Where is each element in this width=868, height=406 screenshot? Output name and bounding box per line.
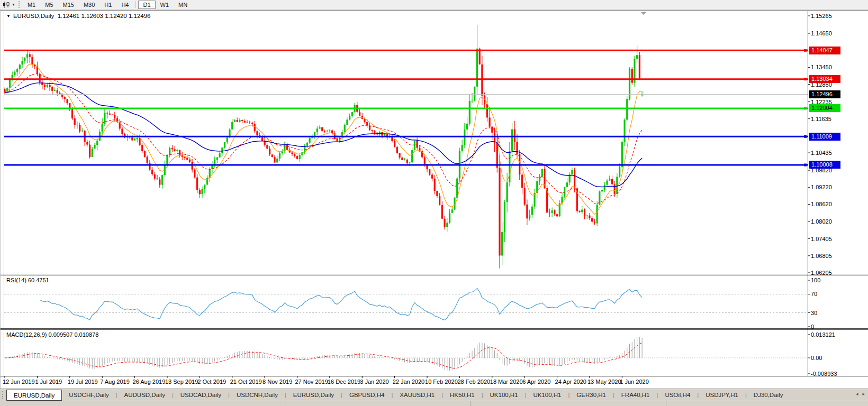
macd-signal-line	[5, 343, 642, 368]
chart-tab-eurusd-daily[interactable]: EURUSD,Daily	[286, 390, 341, 401]
timeframe-button-m5[interactable]: M5	[40, 1, 58, 9]
price-badge-1.14047: 1.14047	[809, 47, 840, 54]
date-label: 19 Jul 2019	[68, 379, 98, 385]
date-label: 28 Feb 2020	[457, 379, 490, 385]
chart-canvas[interactable]	[0, 0, 868, 406]
chart-tab-uk100-h1[interactable]: UK100,H1	[526, 390, 568, 401]
rsi-line	[40, 288, 642, 320]
price-axis-label: 1.09220	[811, 183, 832, 191]
chart-tab-bar: EURUSD,DailyUSDCHF,Daily|AUDUSD,Daily|US…	[0, 389, 868, 401]
date-label: 8 Nov 2019	[263, 379, 292, 385]
price-badge-1.10008: 1.10008	[809, 161, 840, 169]
macd-axis-label: 0.00	[811, 354, 822, 362]
rsi-axis-label: 30	[811, 309, 817, 317]
chart-tab-usdcad-daily[interactable]: USDCAD,Daily	[174, 390, 228, 401]
timeframe-button-m15[interactable]: M15	[58, 1, 79, 9]
main-price-panel[interactable]	[4, 25, 643, 269]
date-label: 13 Sep 2019	[165, 379, 198, 385]
status-divider	[666, 401, 666, 406]
price-axis-label: 1.15265	[811, 12, 832, 20]
date-label: 27 Nov 2019	[295, 379, 328, 385]
date-label: 10 Feb 2020	[425, 379, 458, 385]
chart-tab-eurusd-daily[interactable]: EURUSD,Daily	[6, 390, 62, 401]
chart-tab-ger30-h1[interactable]: GER30,H1	[569, 390, 613, 401]
tab-scroll-buttons: ◂ ▸	[856, 391, 865, 396]
price-axis-label: 1.08020	[811, 218, 832, 225]
price-axis-label: 1.11635	[811, 115, 831, 123]
date-label: 24 Apr 2020	[555, 379, 586, 385]
chart-tab-audusd-daily[interactable]: AUDUSD,Daily	[117, 390, 172, 401]
chart-tab-uk100-h1[interactable]: UK100,H1	[483, 390, 525, 401]
terminal-window: ▼ M1M5M15M30H1H4D1W1MN ▼EURUSD,Daily 1.1…	[0, 0, 868, 406]
date-label: 13 May 2020	[587, 379, 621, 385]
date-label: 18 Mar 2020	[490, 379, 523, 385]
macd-histogram	[5, 337, 642, 371]
timeframe-button-m30[interactable]: M30	[79, 1, 100, 9]
macd-panel[interactable]	[4, 337, 808, 371]
symbol-period-label: EURUSD,Daily	[13, 13, 54, 19]
status-divider	[470, 401, 471, 406]
tab-scroll-right-button[interactable]: ▸	[862, 391, 865, 396]
scroll-to-end-marker[interactable]	[640, 12, 647, 15]
tabbar-grip[interactable]	[2, 391, 3, 399]
price-axis-label: 1.07405	[811, 235, 832, 243]
tab-scroll-left-button[interactable]: ◂	[856, 391, 858, 396]
chart-tab-usoil-h4[interactable]: USOil,H4	[658, 390, 697, 401]
timeframe-button-w1[interactable]: W1	[156, 1, 174, 9]
price-badge-1.11009: 1.11009	[809, 133, 840, 141]
hline-anchor[interactable]	[804, 163, 807, 166]
rsi-axis-label: 0	[811, 323, 814, 330]
date-label: 22 Jan 2020	[393, 379, 425, 385]
chart-tab-usdjpy-h1[interactable]: USDJPY,H1	[699, 390, 745, 401]
candles	[4, 25, 643, 269]
chart-info-line: ▼EURUSD,Daily 1.12461 1.12603 1.12420 1.…	[6, 13, 151, 19]
hline-anchor[interactable]	[804, 107, 807, 109]
rsi-panel[interactable]	[4, 288, 808, 320]
timeframe-button-h4[interactable]: H4	[116, 1, 133, 9]
rsi-axis-label: 70	[811, 290, 817, 298]
timeframe-toolbar: ▼ M1M5M15M30H1H4D1W1MN	[0, 0, 868, 10]
price-axis-label: 1.06205	[811, 269, 832, 276]
date-label: 2 Oct 2019	[197, 379, 226, 385]
timeframe-button-m1[interactable]: M1	[23, 1, 40, 9]
price-axis-label: 1.14650	[811, 30, 832, 37]
rsi-indicator-label: RSI(14) 60.4751	[6, 277, 49, 283]
date-label: 3 Jan 2020	[360, 379, 388, 385]
price-axis-label: 1.08620	[811, 200, 832, 208]
candlestick-chart-icon[interactable]	[2, 1, 11, 8]
chevron-down-icon[interactable]: ▼	[12, 3, 15, 6]
chart-tab-xauusd-h1[interactable]: XAUUSD,H1	[393, 390, 441, 401]
chart-tab-hk50-h1[interactable]: HK50,H1	[443, 390, 482, 401]
date-label: 26 Aug 2019	[133, 379, 166, 385]
hline-anchor[interactable]	[804, 135, 807, 138]
date-label: 6 Apr 2020	[522, 379, 550, 385]
date-label: 21 Oct 2019	[230, 379, 262, 385]
date-label: 12 Jun 2019	[3, 379, 35, 385]
price-axis-label: 1.13450	[811, 63, 832, 71]
timeframe-button-h1[interactable]: H1	[100, 1, 116, 9]
date-label: 1 Jul 2019	[35, 379, 62, 385]
price-axis-label: 1.06805	[811, 252, 832, 260]
macd-axis-label: 0.013121	[811, 331, 835, 338]
status-strip	[0, 401, 868, 406]
hline-anchor[interactable]	[804, 49, 807, 52]
date-label: 1 Jun 2020	[620, 379, 648, 385]
macd-axis-label: -0.008933	[811, 370, 837, 377]
timeframe-button-mn[interactable]: MN	[174, 1, 192, 9]
date-label: 16 Dec 2019	[328, 379, 360, 385]
chart-tab-gbpusd-h4[interactable]: GBPUSD,H4	[342, 390, 391, 401]
price-axis-label: 1.10435	[811, 149, 832, 156]
ohlc-values: 1.12461 1.12603 1.12420 1.12496	[58, 13, 151, 19]
timeframe-buttons: M1M5M15M30H1H4D1W1MN	[23, 1, 192, 9]
macd-indicator-label: MACD(12,26,9) 0.009507 0.010878	[6, 331, 98, 338]
status-divider	[285, 401, 285, 406]
timeframe-button-d1[interactable]: D1	[138, 1, 155, 9]
chart-tab-dj30-daily[interactable]: DJ30,Daily	[747, 390, 790, 401]
chevron-down-icon[interactable]: ▼	[6, 14, 11, 19]
chart-tab-fra40-h1[interactable]: FRA40,H1	[614, 390, 657, 401]
toolbar-grip[interactable]	[19, 1, 20, 8]
chart-tab-usdcnh-daily[interactable]: USDCNH,Daily	[230, 390, 285, 401]
price-badge-1.12496: 1.12496	[809, 90, 840, 98]
chart-tab-usdchf-daily[interactable]: USDCHF,Daily	[62, 390, 115, 401]
hline-anchor[interactable]	[804, 78, 807, 80]
